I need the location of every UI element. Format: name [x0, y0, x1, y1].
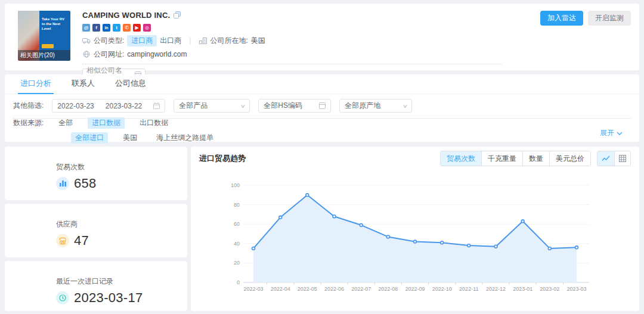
hs-code-select[interactable]: 全部HS编码 — [258, 99, 331, 113]
metric-button[interactable]: 数量 — [522, 151, 549, 166]
svg-text:2023-02: 2023-02 — [540, 286, 559, 292]
stat-label: 供应商 — [56, 219, 187, 229]
facebook-icon[interactable]: f — [92, 24, 100, 32]
source-chip[interactable]: 进口数据 — [88, 117, 125, 129]
linkedin-icon[interactable]: in — [103, 24, 110, 32]
social-icons: @fint✆▶◎ — [82, 24, 502, 32]
window-icon — [319, 102, 326, 109]
importer-badge: 进口商 — [127, 35, 157, 46]
bar-chart-icon — [56, 177, 69, 190]
stat-card-trade-count: 贸易次数 658 — [5, 147, 187, 200]
data-source-row-2: 全部进口美国海上丝绸之路提单 — [54, 132, 218, 144]
svg-text:80: 80 — [234, 202, 240, 208]
stat-card-suppliers: 供应商 47 — [5, 204, 187, 257]
chart-title: 进口贸易趋势 — [199, 153, 246, 164]
youtube-icon[interactable]: ▶ — [133, 24, 141, 32]
product-select[interactable]: 全部产品 ∨ — [174, 99, 250, 113]
svg-text:2022-08: 2022-08 — [378, 286, 398, 292]
company-type-icon — [82, 38, 91, 44]
source-chip[interactable]: 美国 — [119, 132, 141, 144]
table-icon[interactable] — [614, 151, 630, 166]
other-filters-label: 其他筛选: — [13, 101, 44, 111]
clock-icon — [56, 291, 69, 304]
svg-text:2022-09: 2022-09 — [405, 286, 425, 292]
tab-1[interactable]: 联系人 — [72, 74, 95, 94]
stat-value: 658 — [74, 176, 97, 191]
calendar-icon — [153, 102, 160, 109]
chevron-down-icon: ∨ — [240, 103, 245, 109]
source-chip[interactable]: 全部 — [54, 117, 77, 129]
trend-chart-svg: 0204060801002022-032022-042022-052022-06… — [191, 170, 639, 311]
ad-button — [42, 44, 54, 48]
blog-icon[interactable]: @ — [82, 24, 90, 32]
data-source-label: 数据来源: — [13, 117, 44, 144]
related-images-label[interactable]: 相关图片(20) — [18, 50, 70, 61]
ad-text: Take Your RV to the Next Level — [42, 17, 68, 31]
date-start: 2022-03-23 — [57, 102, 94, 110]
tab-2[interactable]: 公司信息 — [115, 74, 146, 94]
svg-text:2022-04: 2022-04 — [271, 286, 290, 292]
stat-card-last-import: 最近一次进口记录 2023-03-17 — [5, 261, 187, 311]
origin-select[interactable]: 全部原产地 ∨ — [339, 99, 412, 113]
header-divider — [82, 64, 502, 64]
svg-text:100: 100 — [231, 182, 240, 188]
expand-label: 展开 — [600, 128, 614, 138]
company-image[interactable]: Take Your RV to the Next Level 相关图片(20) — [18, 11, 70, 61]
svg-text:40: 40 — [234, 241, 240, 247]
phone-icon[interactable]: ✆ — [123, 24, 131, 32]
tab-0[interactable]: 进口分析 — [20, 74, 51, 94]
stat-value: 2023-03-17 — [74, 290, 143, 306]
line-chart-icon[interactable] — [597, 151, 614, 166]
company-type-label: 公司类型: — [94, 36, 124, 46]
data-source-row-1: 全部进口数据出口数据 — [54, 117, 218, 129]
chevron-down-icon — [617, 132, 623, 135]
svg-text:2023-03: 2023-03 — [566, 286, 586, 292]
tab-bar: 进口分析联系人公司信息 — [5, 74, 639, 94]
stat-value: 47 — [74, 233, 89, 248]
company-name: CAMPING WORLD INC. — [82, 11, 170, 20]
copy-icon[interactable] — [174, 11, 181, 18]
svg-text:2022-12: 2022-12 — [486, 286, 506, 292]
location-label: 公司所在地: — [210, 36, 247, 46]
location-icon — [199, 38, 207, 44]
company-location: 美国 — [251, 36, 265, 46]
stat-label: 最近一次进口记录 — [56, 276, 187, 287]
svg-text:60: 60 — [234, 221, 240, 227]
start-monitor-button[interactable]: 开启监测 — [588, 11, 631, 26]
source-chip[interactable]: 海上丝绸之路提单 — [152, 132, 218, 144]
company-header-panel: Take Your RV to the Next Level 相关图片(20) … — [5, 4, 639, 70]
svg-text:2023-01: 2023-01 — [513, 286, 532, 292]
svg-text:2022-10: 2022-10 — [432, 286, 452, 292]
date-range-picker[interactable]: 2022-03-23 2023-03-22 — [52, 99, 165, 113]
view-toggle-group — [597, 151, 631, 166]
origin-select-value: 全部原产地 — [345, 101, 380, 111]
filter-panel: 进口分析联系人公司信息 其他筛选: 2022-03-23 2023-03-22 … — [5, 74, 639, 142]
svg-text:2022-06: 2022-06 — [324, 286, 344, 292]
company-website[interactable]: campingworld.com — [127, 50, 187, 58]
product-select-value: 全部产品 — [179, 101, 208, 111]
import-trend-panel: 进口贸易趋势 贸易次数千克重量数量美元总价 0204060801002022-0… — [191, 147, 639, 311]
shop-icon — [56, 234, 69, 247]
exporter-badge: 出口商 — [160, 36, 181, 46]
metric-toggle-group: 贸易次数千克重量数量美元总价 — [440, 151, 591, 166]
join-radar-button[interactable]: 加入雷达 — [540, 11, 583, 26]
svg-text:2022-05: 2022-05 — [298, 286, 317, 292]
instagram-icon[interactable]: ◎ — [143, 24, 151, 32]
date-end: 2023-03-22 — [106, 102, 142, 110]
svg-text:2022-07: 2022-07 — [351, 286, 371, 292]
stat-label: 贸易次数 — [56, 162, 187, 172]
source-chip[interactable]: 出口数据 — [135, 117, 172, 129]
website-label: 公司网址: — [94, 49, 124, 60]
twitter-icon[interactable]: t — [113, 24, 120, 32]
svg-text:0: 0 — [237, 279, 240, 285]
website-icon — [82, 51, 91, 58]
svg-text:2022-03: 2022-03 — [243, 286, 263, 292]
svg-text:20: 20 — [234, 260, 240, 266]
metric-button[interactable]: 贸易次数 — [441, 151, 481, 166]
chevron-down-icon: ∨ — [402, 103, 407, 109]
divider: | — [189, 36, 191, 45]
metric-button[interactable]: 美元总价 — [549, 151, 590, 166]
expand-toggle[interactable]: 展开 — [600, 128, 623, 138]
metric-button[interactable]: 千克重量 — [481, 151, 522, 166]
source-chip[interactable]: 全部进口 — [71, 132, 108, 144]
